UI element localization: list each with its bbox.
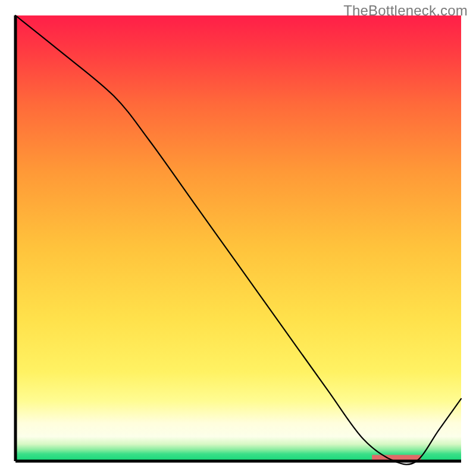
plot-area [15, 15, 461, 461]
bottleneck-curve [15, 15, 461, 465]
chart-svg [15, 15, 461, 461]
chart-container: TheBottleneck.com [0, 0, 476, 476]
